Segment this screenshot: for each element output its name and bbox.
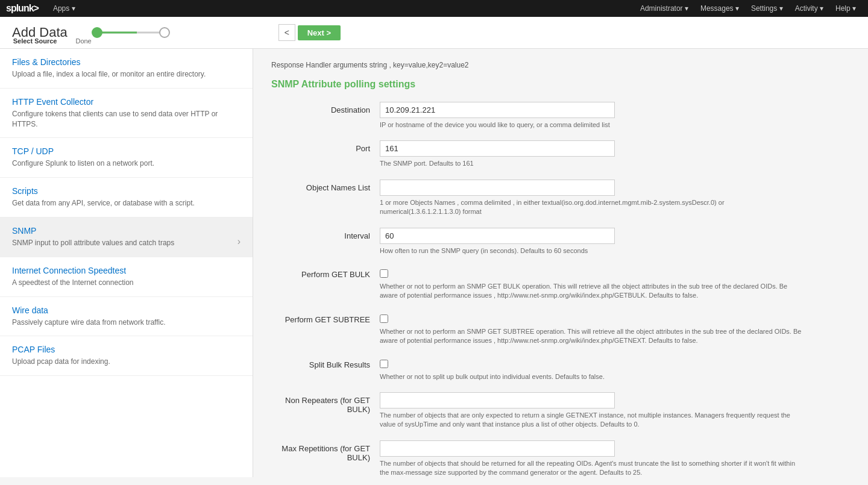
label-split-bulk-results: Split Bulk Results <box>271 357 380 369</box>
input-max-repetitions[interactable] <box>380 440 615 457</box>
input-object-names-list[interactable] <box>380 180 615 196</box>
form-row-interval: Interval How often to run the SNMP query… <box>271 228 850 255</box>
help-max-repetitions: The number of objects that should be ret… <box>380 459 802 477</box>
sidebar-item-tcp-udp[interactable]: TCP / UDP Configure Splunk to listen on … <box>0 138 253 178</box>
sidebar-item-snmp-arrow: › <box>237 236 241 247</box>
form-row-object-names-list: Object Names List 1 or more Objects Name… <box>271 180 850 217</box>
sidebar-item-http-event-collector-desc: Configure tokens that clients can use to… <box>12 109 241 130</box>
sidebar-item-scripts-desc: Get data from any API, service, or datab… <box>12 198 241 208</box>
wizard-label-2: Done <box>75 37 91 45</box>
label-max-repetitions: Max Repetitions (for GET BULK) <box>271 440 380 462</box>
prev-button[interactable]: < <box>278 24 295 41</box>
sidebar-item-snmp-title: SNMP <box>12 226 241 236</box>
field-port: The SNMP port. Defaults to 161 <box>380 140 850 168</box>
sidebar-item-internet-connection-speedtest-desc: A speedtest of the Internet connection <box>12 278 241 288</box>
content-area: Response Handler arguments string , key=… <box>253 49 868 477</box>
label-perform-get-subtree: Perform GET SUBTREE <box>271 311 380 324</box>
field-perform-get-subtree: Whether or not to perform an SNMP GET SU… <box>380 311 850 346</box>
splunk-logo[interactable]: splunk> <box>6 3 39 14</box>
wizard-nav: < Next > <box>278 24 341 41</box>
form-row-max-repetitions: Max Repetitions (for GET BULK) The numbe… <box>271 440 850 477</box>
main-layout: Files & Directories Upload a file, index… <box>0 49 868 477</box>
help-perform-get-bulk: Whether or not to perform an SNMP GET BU… <box>380 282 802 301</box>
sidebar-item-internet-connection-speedtest[interactable]: Internet Connection Speedtest A speedtes… <box>0 257 253 297</box>
sidebar-item-files-directories-title: Files & Directories <box>12 57 241 67</box>
field-object-names-list: 1 or more Objects Names , comma delimite… <box>380 180 850 217</box>
settings-menu[interactable]: Settings ▾ <box>745 0 789 17</box>
sidebar-item-snmp-desc: SNMP input to poll attribute values and … <box>12 238 241 248</box>
label-non-repeaters: Non Repeaters (for GET BULK) <box>271 392 380 414</box>
wizard-track <box>92 27 170 38</box>
sidebar-item-wire-data-title: Wire data <box>12 305 241 315</box>
sidebar-item-wire-data-desc: Passively capture wire data from network… <box>12 318 241 328</box>
form-row-split-bulk-results: Split Bulk Results Whether or not to spl… <box>271 357 850 381</box>
input-interval[interactable] <box>380 228 615 244</box>
sidebar-item-pcap-files-title: PCAP Files <box>12 345 241 354</box>
form-row-port: Port The SNMP port. Defaults to 161 <box>271 140 850 168</box>
label-perform-get-bulk: Perform GET BULK <box>271 266 380 279</box>
help-split-bulk-results: Whether or not to split up bulk output i… <box>380 372 802 381</box>
field-perform-get-bulk: Whether or not to perform an SNMP GET BU… <box>380 266 850 301</box>
sidebar-item-files-directories-desc: Upload a file, index a local file, or mo… <box>12 69 241 80</box>
sidebar-item-tcp-udp-desc: Configure Splunk to listen on a network … <box>12 158 241 169</box>
help-object-names-list: 1 or more Objects Names , comma delimite… <box>380 198 802 217</box>
label-interval: Interval <box>271 228 380 240</box>
help-port: The SNMP port. Defaults to 161 <box>380 159 802 168</box>
input-destination[interactable] <box>380 102 615 118</box>
field-interval: How often to run the SNMP query (in seco… <box>380 228 850 255</box>
label-port: Port <box>271 140 380 153</box>
top-navigation: splunk> Apps ▾ Administrator ▾ Messages … <box>0 0 868 17</box>
input-perform-get-bulk[interactable] <box>380 269 388 278</box>
sidebar-item-scripts[interactable]: Scripts Get data from any API, service, … <box>0 178 253 217</box>
topnav-left: splunk> Apps ▾ <box>6 0 81 17</box>
messages-menu[interactable]: Messages ▾ <box>694 0 745 17</box>
sidebar-item-snmp[interactable]: SNMP SNMP input to poll attribute values… <box>0 217 253 257</box>
next-button[interactable]: Next > <box>298 25 341 40</box>
wizard-step-2 <box>159 27 170 38</box>
help-perform-get-subtree: Whether or not to perform an SNMP GET SU… <box>380 327 802 346</box>
activity-menu[interactable]: Activity ▾ <box>789 0 829 17</box>
help-non-repeaters: The number of objects that are only expe… <box>380 411 802 430</box>
field-non-repeaters: The number of objects that are only expe… <box>380 392 850 430</box>
form-row-destination: Destination IP or hostname of the device… <box>271 102 850 130</box>
form-row-perform-get-subtree: Perform GET SUBTREE Whether or not to pe… <box>271 311 850 346</box>
topnav-right: Administrator ▾ Messages ▾ Settings ▾ Ac… <box>634 0 862 17</box>
field-max-repetitions: The number of objects that should be ret… <box>380 440 850 477</box>
input-split-bulk-results[interactable] <box>380 360 388 368</box>
logo-suffix: > <box>34 3 39 13</box>
help-destination: IP or hostname of the device you would l… <box>380 120 802 130</box>
wizard-step-1 <box>92 27 102 38</box>
snmp-section-title: SNMP Attribute polling settings <box>271 79 850 90</box>
logo-text: splunk <box>6 3 34 13</box>
sidebar-item-files-directories[interactable]: Files & Directories Upload a file, index… <box>0 49 253 89</box>
header: Add Data Select Source Done < Next > <box>0 17 868 49</box>
sidebar-item-scripts-title: Scripts <box>12 186 241 196</box>
apps-menu[interactable]: Apps ▾ <box>47 0 81 17</box>
input-non-repeaters[interactable] <box>380 392 615 408</box>
sidebar: Files & Directories Upload a file, index… <box>0 49 253 477</box>
form-row-perform-get-bulk: Perform GET BULK Whether or not to perfo… <box>271 266 850 301</box>
sidebar-item-tcp-udp-title: TCP / UDP <box>12 146 241 156</box>
sidebar-item-http-event-collector-title: HTTP Event Collector <box>12 97 241 107</box>
label-destination: Destination <box>271 102 380 114</box>
field-destination: IP or hostname of the device you would l… <box>380 102 850 130</box>
response-handler-note: Response Handler arguments string , key=… <box>271 61 850 69</box>
field-split-bulk-results: Whether or not to split up bulk output i… <box>380 357 850 381</box>
sidebar-item-internet-connection-speedtest-title: Internet Connection Speedtest <box>12 266 241 275</box>
sidebar-item-wire-data[interactable]: Wire data Passively capture wire data fr… <box>0 297 253 337</box>
input-perform-get-subtree[interactable] <box>380 314 388 323</box>
sidebar-item-pcap-files[interactable]: PCAP Files Upload pcap data for indexing… <box>0 336 253 376</box>
wizard-progress: Select Source Done <box>92 27 170 38</box>
label-object-names-list: Object Names List <box>271 180 380 192</box>
administrator-menu[interactable]: Administrator ▾ <box>634 0 694 17</box>
help-menu[interactable]: Help ▾ <box>829 0 862 17</box>
help-interval: How often to run the SNMP query (in seco… <box>380 246 802 255</box>
wizard-label-1: Select Source <box>13 37 57 45</box>
sidebar-item-pcap-files-desc: Upload pcap data for indexing. <box>12 357 241 367</box>
input-port[interactable] <box>380 140 615 157</box>
form-row-non-repeaters: Non Repeaters (for GET BULK) The number … <box>271 392 850 430</box>
sidebar-item-http-event-collector[interactable]: HTTP Event Collector Configure tokens th… <box>0 89 253 139</box>
